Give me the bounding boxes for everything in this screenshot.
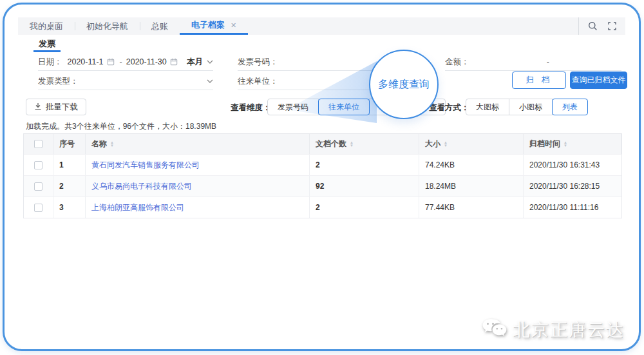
invoice-type-select[interactable]: 发票类型： bbox=[38, 73, 213, 90]
tab-general-ledger[interactable]: 总账 bbox=[140, 17, 180, 35]
partner-label: 往来单位： bbox=[238, 76, 278, 87]
archive-time: 2020/11/30 16:31:43 bbox=[524, 155, 621, 175]
header-name[interactable]: 名称▲▼ bbox=[86, 134, 310, 154]
doc-count: 2 bbox=[310, 197, 419, 218]
sort-icon[interactable]: ▲▼ bbox=[564, 141, 567, 148]
date-from-value[interactable]: 2020-11-1 bbox=[68, 57, 104, 66]
amount-label: 金额： bbox=[445, 57, 469, 68]
mode-list[interactable]: 列表 bbox=[552, 99, 588, 115]
search-icon[interactable] bbox=[588, 21, 598, 31]
table-row[interactable]: 1 黄石同发汽车销售服务有限公司 2 74.24KB 2020/11/30 16… bbox=[24, 154, 621, 175]
view-mode-label: 查看方式： bbox=[429, 102, 469, 113]
invoice-type-label: 发票类型： bbox=[38, 76, 79, 87]
file-size: 74.24KB bbox=[419, 155, 524, 175]
calendar-icon[interactable] bbox=[107, 58, 115, 66]
mode-large-icons[interactable]: 大图标 bbox=[466, 99, 509, 115]
date-separator: - bbox=[120, 57, 122, 66]
view-dimension-label: 查看维度： bbox=[231, 102, 271, 113]
doc-count: 92 bbox=[310, 176, 419, 197]
watermark: 北京正唐云达 bbox=[482, 318, 625, 341]
row-no: 2 bbox=[53, 176, 86, 197]
date-preset-dropdown[interactable]: 本月 bbox=[187, 57, 213, 68]
date-range-field[interactable]: 日期： 2020-11-1 - 2020-11-30 本月 bbox=[38, 53, 213, 71]
header-time[interactable]: 归档时间▲▼ bbox=[524, 134, 621, 154]
callout-bubble: 多维度查询 bbox=[369, 50, 439, 119]
sort-icon[interactable]: ▲▼ bbox=[110, 141, 114, 148]
row-checkbox[interactable] bbox=[34, 161, 43, 169]
callout-text: 多维度查询 bbox=[378, 78, 430, 91]
archive-time: 2020/11/30 16:28:15 bbox=[524, 176, 621, 197]
row-checkbox[interactable] bbox=[34, 182, 43, 191]
subtab-invoice[interactable]: 发票 bbox=[35, 35, 59, 52]
batch-download-button[interactable]: 批量下载 bbox=[26, 99, 86, 115]
download-icon bbox=[34, 102, 42, 112]
table-row[interactable]: 3 上海柏朗亚高服饰有限公司 2 77.44KB 2020/11/30 11:1… bbox=[24, 197, 621, 218]
query-archived-button[interactable]: 查询已归档文件 bbox=[570, 72, 627, 89]
file-size: 18.24MB bbox=[419, 176, 524, 197]
date-label: 日期： bbox=[38, 57, 62, 68]
chevron-down-icon bbox=[207, 60, 213, 64]
watermark-text: 北京正唐云达 bbox=[513, 318, 625, 341]
tab-init-navigation[interactable]: 初始化导航 bbox=[75, 17, 140, 35]
subtab-row: 发票 bbox=[18, 35, 625, 52]
sort-icon[interactable]: ▲▼ bbox=[350, 141, 354, 148]
tabbar-actions bbox=[578, 17, 625, 35]
file-size: 77.44KB bbox=[419, 197, 524, 218]
load-status-text: 加载完成。共3个往来单位，96个文件，大小：18.39MB bbox=[26, 121, 216, 132]
row-no: 1 bbox=[53, 155, 86, 175]
chevron-down-icon bbox=[207, 79, 213, 83]
doc-count: 2 bbox=[310, 155, 419, 175]
fullscreen-icon[interactable] bbox=[608, 22, 616, 30]
tab-bar: 我的桌面 初始化导航 总账 电子档案 ✕ bbox=[18, 17, 625, 35]
header-size[interactable]: 大小▲▼ bbox=[419, 134, 524, 154]
company-link[interactable]: 黄石同发汽车销售服务有限公司 bbox=[91, 160, 200, 171]
close-tab-icon[interactable]: ✕ bbox=[231, 21, 236, 30]
header-no: 序号 bbox=[53, 134, 86, 154]
amount-field[interactable]: 金额： - bbox=[445, 53, 621, 71]
company-link[interactable]: 义乌市易尚电子科技有限公司 bbox=[91, 181, 192, 192]
amount-range-dash: - bbox=[475, 57, 622, 66]
app-window: 我的桌面 初始化导航 总账 电子档案 ✕ 发票 日期： 2020-11-1 - … bbox=[3, 3, 641, 351]
tab-e-archive[interactable]: 电子档案 ✕ bbox=[180, 17, 248, 35]
table-row[interactable]: 2 义乌市易尚电子科技有限公司 92 18.24MB 2020/11/30 16… bbox=[24, 175, 621, 197]
select-all-checkbox[interactable] bbox=[34, 140, 43, 148]
mode-small-icons[interactable]: 小图标 bbox=[509, 99, 553, 115]
header-count[interactable]: 文档个数▲▼ bbox=[310, 134, 419, 154]
row-checkbox[interactable] bbox=[34, 204, 43, 212]
archive-button[interactable]: 归 档 bbox=[512, 72, 566, 89]
sort-icon[interactable]: ▲▼ bbox=[444, 141, 448, 148]
table-header-row: 序号 名称▲▼ 文档个数▲▼ 大小▲▼ 归档时间▲▼ bbox=[24, 134, 621, 154]
select-all-cell bbox=[24, 134, 53, 154]
calendar-icon[interactable] bbox=[170, 58, 178, 66]
invoice-number-label: 发票号码： bbox=[238, 57, 278, 68]
company-link[interactable]: 上海柏朗亚高服饰有限公司 bbox=[91, 202, 184, 213]
tab-my-desktop[interactable]: 我的桌面 bbox=[18, 17, 75, 35]
row-no: 3 bbox=[53, 197, 86, 218]
date-to-value[interactable]: 2020-11-30 bbox=[126, 57, 167, 66]
wechat-icon bbox=[482, 318, 507, 341]
archive-table: 序号 名称▲▼ 文档个数▲▼ 大小▲▼ 归档时间▲▼ 1 黄石同发汽车销售服务有… bbox=[23, 133, 622, 218]
view-mode-group: 大图标 小图标 列表 bbox=[466, 99, 588, 115]
archive-time: 2020/11/30 11:11:16 bbox=[524, 197, 621, 218]
